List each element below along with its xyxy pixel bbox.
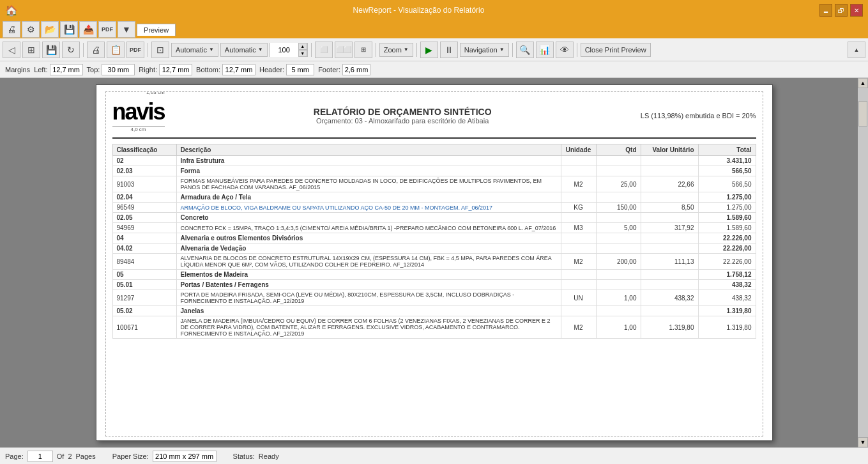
zoom-up[interactable]: ▲ [298,43,307,50]
tb-icon3[interactable]: 💾 [42,42,60,58]
tb-icon4[interactable]: ↻ [62,42,80,58]
play-button[interactable]: ▶ [420,42,438,58]
paper-input[interactable] [153,451,217,462]
table-row: 05 Elementos de Madeira 1.758,12 [112,270,756,280]
right-margin-field: Right: [139,64,192,75]
tb-icon7[interactable]: PDF [126,42,144,58]
table-row: 02 Infra Estrutura 3.431,10 [112,156,756,166]
sep5 [416,43,417,57]
stop-button[interactable]: ⏸ [440,42,458,58]
scroll-up-btn[interactable]: ▲ [858,78,868,88]
table-row: 94969 CONCRETO FCK = 15MPA, TRAÇO 1:3,4:… [112,223,756,233]
close-button[interactable]: ✕ [850,4,863,17]
nav-arrow: ▼ [499,47,505,52]
export-button[interactable]: 📤 [79,21,97,38]
orientation2-select[interactable]: Automatic ▼ [220,43,268,57]
orientation1-select[interactable]: Automatic ▼ [171,43,218,57]
menu-extra[interactable]: ▼ [118,21,135,38]
left-margin-field: Left: [34,64,82,75]
header-label: Header: [259,66,284,73]
sep1 [83,43,84,57]
tb-icon8[interactable]: ⊡ [151,42,169,58]
header-margin-field: Header: [259,64,314,75]
zoom-input[interactable] [270,43,298,57]
logo-height-label: 1,63 cm [146,91,164,95]
footer-input[interactable] [342,64,370,75]
status-bar: Page: Of 2 Pages Paper Size: Status: Rea… [0,447,868,464]
tb-calc[interactable]: 📊 [536,42,554,58]
table-row: 89484 ALVENARIA DE BLOCOS DE CONCRETO ES… [112,254,756,270]
bottom-margin-field: Bottom: [196,64,255,75]
sep4 [376,43,376,57]
tb-icon5[interactable]: 🖨 [87,42,105,58]
report-subtitle: Orçamento: 03 - Almoxarifado para escrit… [165,117,641,125]
table-row: 02.03 Forma 566,50 [112,166,756,176]
top-margin-field: Top: [87,64,135,75]
col-header-total: Total [698,144,756,156]
report-title-area: RELATÓRIO DE ORÇAMENTO SINTÉTICO Orçamen… [165,107,641,125]
page-input[interactable] [27,451,53,462]
tb-page3[interactable]: ⊞ [354,42,372,58]
page-inner: 1,63 cm navis 4,0 cm RELATÓRIO DE ORÇAME… [105,91,763,437]
of-label: Of [57,452,65,460]
total-pages: 2 [68,452,72,460]
table-row: 91297 PORTA DE MADEIRA FRISADA, SEMI-OCA… [112,290,756,306]
title-bar: 🏠 NewReport - Visualização do Relatório … [0,0,868,20]
bottom-input[interactable] [222,64,255,75]
open-button[interactable]: 📂 [41,21,59,38]
table-body: 02 Infra Estrutura 3.431,10 02.03 Forma … [112,156,756,339]
title-bar-left: 🏠 [5,4,18,17]
status-label: Status: [233,452,255,460]
zoom-spinner: ▲ ▼ [298,43,307,57]
scroll-down-btn[interactable]: ▼ [858,437,868,447]
paper-label: Paper Size: [112,452,149,460]
preview-tab[interactable]: Preview [137,24,176,36]
zoom-dropdown-arrow: ▼ [404,47,409,52]
table-row: 02.04 Armadura de Aço / Tela 1.275,00 [112,192,756,203]
table-row: 100671 JANELA DE MADEIRA (IMBUIA/CEDRO O… [112,316,756,339]
menu-bar: 🖨 ⚙ 📂 💾 📤 PDF ▼ Preview [0,20,868,38]
save-button[interactable]: 💾 [60,21,78,38]
zoom-down[interactable]: ▼ [298,50,307,57]
tb-page1[interactable]: ⬜ [315,42,333,58]
pages-label: Pages [76,452,96,460]
tb-collapse[interactable]: ▲ [848,42,865,58]
tb-icon2[interactable]: ⊞ [22,42,40,58]
right-input[interactable] [159,64,192,75]
sep3 [311,43,312,57]
col-header-unit: Unidade [561,144,596,156]
app-icon: 🏠 [5,4,18,17]
scroll-thumb[interactable] [858,101,867,127]
tb-icon1[interactable]: ◁ [3,42,20,58]
tb-page2[interactable]: ⬜⬜ [335,42,353,58]
table-row: 96549 ARMAÇÃO DE BLOCO, VIGA BALDRAME OU… [112,203,756,213]
tb-search[interactable]: 🔍 [516,42,534,58]
pdf-button[interactable]: PDF [98,21,116,38]
settings-button[interactable]: ⚙ [22,21,40,38]
window-title: NewReport - Visualização do Relatório [18,6,819,15]
report-table: Classificação Descrição Unidade Qtd Valo… [112,144,756,339]
table-row: 02.05 Concreto 1.589,60 [112,213,756,223]
scrollbar[interactable]: ▲ ▼ [858,78,868,447]
table-row: 91003 FORMAS MANUSEÁVEIS PARA PAREDES DE… [112,176,756,192]
top-input[interactable] [102,64,135,75]
close-preview-btn[interactable]: Close Print Preview [581,43,651,57]
main-content-area: 1,63 cm navis 4,0 cm RELATÓRIO DE ORÇAME… [0,78,868,447]
table-row: 05.01 Portas / Batentes / Ferragens 438,… [112,280,756,290]
minimize-button[interactable]: 🗕 [819,4,832,17]
orientation2-arrow: ▼ [258,47,263,52]
col-header-qty: Qtd [596,144,641,156]
zoom-label-btn[interactable]: Zoom ▼ [379,43,413,57]
report-info: LS (113,98%) embutida e BDI = 20% [641,112,756,120]
print-button[interactable]: 🖨 [3,21,20,38]
tb-icon6[interactable]: 📋 [107,42,125,58]
header-input[interactable] [286,64,314,75]
left-label: Left: [34,66,47,73]
restore-button[interactable]: 🗗 [835,4,848,17]
logo-area: 1,63 cm navis 4,0 cm [112,98,165,132]
tb-eye[interactable]: 👁 [556,42,574,58]
margins-label: Margins [5,66,30,73]
right-label: Right: [139,66,157,73]
left-input[interactable] [50,64,83,75]
navigation-btn[interactable]: Navigation ▼ [460,43,509,57]
